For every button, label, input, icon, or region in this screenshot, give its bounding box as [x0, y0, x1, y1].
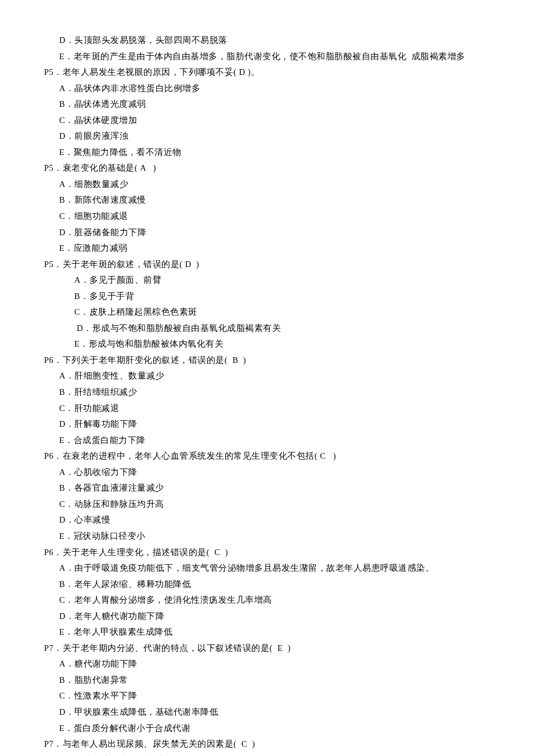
- option-line: A．细胞数量减少: [41, 177, 493, 193]
- option-line: C．肝功能减退: [41, 401, 493, 417]
- question-line: P7．关于老年期内分泌、代谢的特点，以下叙述错误的是( E ): [41, 640, 493, 657]
- option-line: C．性激素水平下降: [41, 688, 493, 704]
- option-line: B．老年人尿浓缩、稀释功能降低: [41, 577, 493, 593]
- option-line: D．老年人糖代谢功能下降: [41, 609, 493, 625]
- question-line: P6．下列关于老年期肝变化的叙述，错误的是( B ): [41, 352, 493, 369]
- option-line: C．皮肤上稍隆起黑棕色色素斑: [41, 304, 493, 321]
- option-line: C．动脉压和静脉压均升高: [41, 496, 493, 513]
- option-line: B．晶状体透光度减弱: [41, 96, 493, 113]
- option-line: A．晶状体内非水溶性蛋白比例增多: [41, 81, 493, 97]
- question-line: P6．关于老年人生理变化，描述错误的是( C ): [41, 545, 493, 561]
- option-line: A．心肌收缩力下降: [41, 465, 493, 481]
- option-line: D．脏器储备能力下降: [41, 225, 493, 241]
- option-line: E．老年斑的产生是由于体内自由基增多，脂肪代谢变化，使不饱和脂肪酸被自由基氧化 …: [41, 49, 493, 65]
- option-line: C．细胞功能减退: [41, 208, 493, 225]
- question-line: P7．与老年人易出现尿频、尿失禁无关的因素是( C ): [41, 736, 493, 753]
- option-line: A．由于呼吸道免疫功能低下，细支气管分泌物增多且易发生潴留，故老年人易患呼吸道感…: [41, 560, 493, 577]
- question-line: P5．衰老变化的基础是( A ): [41, 160, 493, 177]
- option-line: D．肝解毒功能下降: [41, 416, 493, 433]
- content-area: D．头顶部头发易脱落，头部四周不易脱落E．老年斑的产生是由于体内自由基增多，脂肪…: [41, 33, 493, 756]
- option-line: A．肝细胞变性、数量减少: [41, 368, 493, 384]
- option-line: D．形成与不饱和脂肪酸被自由基氧化成脂褐素有关: [41, 321, 493, 337]
- question-line: P5．关于老年斑的叙述，错误的是( D ): [41, 257, 493, 273]
- option-line: B．脂肪代谢异常: [41, 672, 493, 689]
- option-line: B．肝结缔组织减少: [41, 384, 493, 401]
- option-line: E．形成与饱和脂肪酸被体内氧化有关: [41, 336, 493, 352]
- question-line: P5．老年人易发生老视眼的原因，下列哪项不妥( D )。: [41, 64, 493, 81]
- option-line: A．糖代谢功能下降: [41, 656, 493, 672]
- option-line: E．老年人甲状腺素生成降低: [41, 624, 493, 640]
- question-line: P6．在衰老的进程中，老年人心血管系统发生的常见生理变化不包括( C ): [41, 448, 493, 465]
- option-line: C．晶状体硬度增加: [41, 113, 493, 129]
- option-line: E．应激能力减弱: [41, 240, 493, 257]
- option-line: E．冠状动脉口径变小: [41, 528, 493, 545]
- option-line: D．心率减慢: [41, 512, 493, 528]
- option-line: D．甲状腺素生成降低，基础代谢率降低: [41, 704, 493, 721]
- option-line: A．肾脏尿液浓缩、稀释功能降低。: [41, 753, 493, 756]
- option-line: B．各器官血液灌注量减少: [41, 480, 493, 496]
- option-line: E．合成蛋白能力下降: [41, 433, 493, 449]
- option-line: D．头顶部头发易脱落，头部四周不易脱落: [41, 33, 493, 49]
- option-line: A．多见于颜面、前臂: [41, 272, 493, 289]
- option-line: D．前眼房液浑浊: [41, 128, 493, 145]
- option-line: E．聚焦能力降低，看不清近物: [41, 145, 493, 161]
- option-line: E．蛋白质分解代谢小于合成代谢: [41, 721, 493, 737]
- option-line: B．新陈代谢速度减慢: [41, 192, 493, 208]
- option-line: B．多见于手背: [41, 289, 493, 305]
- document-page: D．头顶部头发易脱落，头部四周不易脱落E．老年斑的产生是由于体内自由基增多，脂肪…: [0, 0, 534, 756]
- option-line: C．老年人胃酸分泌增多，使消化性溃疡发生几率增高: [41, 592, 493, 609]
